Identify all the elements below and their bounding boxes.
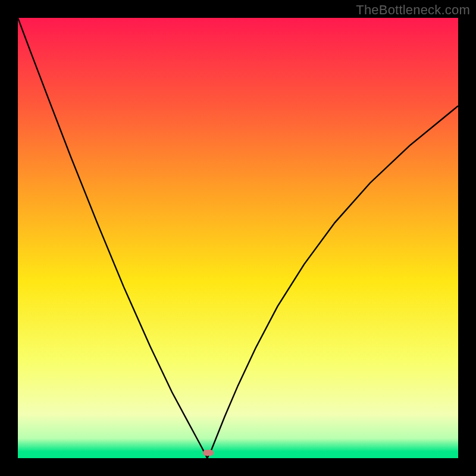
gradient-background <box>18 18 458 458</box>
plot-area <box>18 18 458 458</box>
plot-svg <box>18 18 458 458</box>
chart-container: TheBottleneck.com <box>0 0 476 476</box>
optimal-point-marker <box>203 450 214 456</box>
watermark-text: TheBottleneck.com <box>356 2 470 18</box>
